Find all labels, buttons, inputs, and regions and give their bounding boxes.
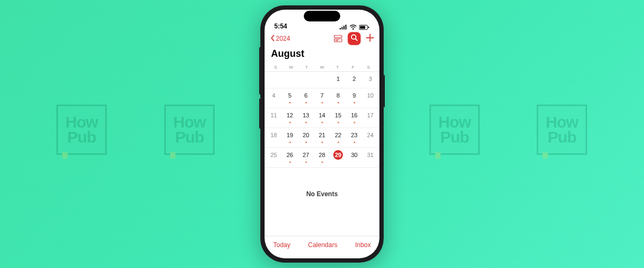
- day-number: 8: [333, 91, 343, 100]
- day-cell[interactable]: [282, 72, 298, 88]
- svg-rect-1: [342, 27, 343, 29]
- list-view-icon[interactable]: [334, 35, 342, 42]
- weekday-header: SMTWTFS: [265, 63, 379, 72]
- day-cell[interactable]: 16: [346, 108, 362, 128]
- svg-rect-7: [368, 27, 369, 28]
- day-number: 18: [269, 130, 279, 140]
- day-cell[interactable]: 3: [362, 72, 378, 88]
- event-dot-icon: [289, 142, 291, 143]
- day-cell[interactable]: 7: [314, 88, 330, 108]
- watermark: HowPub: [537, 105, 587, 155]
- day-cell[interactable]: 18: [266, 128, 282, 147]
- day-cell[interactable]: 8: [330, 88, 346, 108]
- day-cell[interactable]: 15: [330, 108, 346, 128]
- day-number: 2: [349, 74, 359, 84]
- day-cell[interactable]: 26: [282, 148, 298, 167]
- day-cell[interactable]: 20: [298, 128, 314, 147]
- day-cell[interactable]: 30: [346, 148, 362, 167]
- day-number: 16: [349, 110, 359, 120]
- event-dot-icon: [289, 161, 291, 163]
- day-number: [317, 74, 327, 84]
- day-cell[interactable]: [298, 72, 314, 88]
- svg-rect-6: [360, 26, 365, 29]
- day-cell[interactable]: [266, 72, 282, 88]
- today-button[interactable]: Today: [273, 241, 290, 249]
- day-number: 3: [365, 74, 375, 84]
- weekday-label: T: [330, 63, 345, 71]
- day-number: 22: [333, 130, 343, 140]
- status-time: 5:54: [274, 23, 287, 30]
- day-cell[interactable]: 4: [266, 88, 282, 108]
- day-cell[interactable]: 17: [362, 108, 378, 128]
- event-dot-icon: [305, 161, 307, 163]
- bottom-toolbar: Today Calendars Inbox: [265, 236, 379, 258]
- svg-rect-0: [340, 28, 341, 29]
- day-number: 28: [317, 150, 327, 160]
- dynamic-island: [304, 11, 340, 21]
- day-cell[interactable]: 28: [314, 148, 330, 167]
- week-row: 18192021222324: [266, 128, 378, 148]
- day-number: 14: [317, 110, 327, 120]
- no-events-label: No Events: [265, 168, 379, 236]
- day-cell[interactable]: 23: [346, 128, 362, 147]
- day-number: 12: [285, 110, 295, 120]
- day-number: 27: [301, 150, 311, 160]
- nav-bar: 2024: [265, 31, 379, 47]
- weekday-label: M: [283, 63, 299, 71]
- event-dot-icon: [338, 122, 339, 123]
- svg-point-4: [353, 28, 354, 30]
- day-cell[interactable]: 5: [282, 88, 298, 108]
- event-dot-icon: [305, 142, 307, 143]
- svg-rect-8: [334, 35, 342, 38]
- month-title: August: [265, 47, 379, 63]
- day-cell[interactable]: 6: [298, 88, 314, 108]
- svg-line-13: [355, 39, 357, 40]
- day-cell[interactable]: 10: [362, 88, 378, 108]
- day-cell[interactable]: 19: [282, 128, 298, 147]
- day-number: 25: [269, 150, 279, 160]
- calendars-button[interactable]: Calendars: [308, 241, 338, 249]
- weekday-label: T: [299, 63, 314, 71]
- add-button[interactable]: [366, 34, 374, 44]
- day-number: 7: [317, 91, 327, 100]
- watermark: HowPub: [164, 105, 215, 155]
- day-number: [285, 74, 295, 84]
- week-row: 123: [266, 72, 378, 88]
- day-cell[interactable]: 31: [362, 148, 378, 167]
- weekday-label: F: [345, 63, 361, 71]
- day-cell[interactable]: 22: [330, 128, 346, 147]
- search-button[interactable]: [348, 32, 361, 45]
- day-cell[interactable]: 2: [346, 72, 362, 88]
- inbox-button[interactable]: Inbox: [355, 241, 371, 249]
- svg-rect-9: [334, 39, 342, 42]
- day-cell[interactable]: 24: [362, 128, 378, 147]
- day-number: [301, 74, 311, 84]
- plus-icon: [366, 34, 374, 44]
- day-cell[interactable]: 27: [298, 148, 314, 167]
- search-icon: [350, 34, 358, 43]
- event-dot-icon: [289, 122, 291, 123]
- back-button[interactable]: 2024: [270, 35, 290, 43]
- week-row: 25262728293031: [266, 148, 378, 168]
- day-number: 21: [317, 130, 327, 140]
- day-cell[interactable]: 1: [330, 72, 346, 88]
- day-cell[interactable]: [314, 72, 330, 88]
- day-cell[interactable]: 11: [266, 108, 282, 128]
- day-cell[interactable]: 12: [282, 108, 298, 128]
- day-number: 31: [365, 150, 375, 160]
- event-dot-icon: [289, 102, 291, 103]
- day-cell[interactable]: 25: [266, 148, 282, 167]
- day-number: 4: [269, 91, 279, 100]
- day-number: 29: [333, 150, 343, 160]
- day-number: 6: [301, 91, 311, 100]
- day-cell[interactable]: 9: [346, 88, 362, 108]
- day-number: 17: [365, 110, 375, 120]
- day-cell[interactable]: 13: [298, 108, 314, 128]
- week-row: 11121314151617: [266, 108, 378, 128]
- day-cell[interactable]: 29: [330, 148, 346, 167]
- watermark: HowPub: [429, 105, 480, 155]
- day-cell[interactable]: 14: [314, 108, 330, 128]
- day-number: 24: [365, 130, 375, 140]
- day-cell[interactable]: 21: [314, 128, 330, 147]
- screen: 5:54: [265, 10, 379, 258]
